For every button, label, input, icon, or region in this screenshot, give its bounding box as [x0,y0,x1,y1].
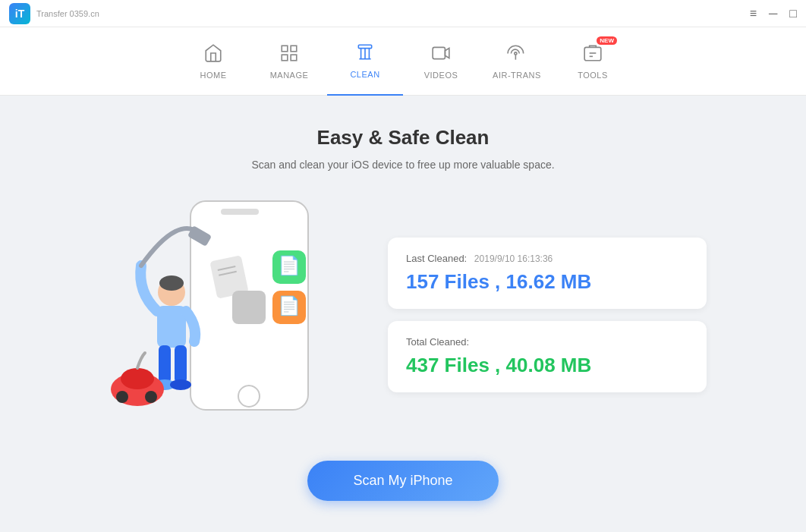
app-logo: iT [9,3,30,24]
last-cleaned-label: Last Cleaned: 2019/9/10 16:13:36 [406,253,688,264]
svg-rect-1 [291,46,297,52]
last-cleaned-card: Last Cleaned: 2019/9/10 16:13:36 157 Fil… [388,238,707,309]
content-area: 📄 📄 [99,194,707,436]
home-icon [203,43,223,66]
page-title: Easy & Safe Clean [317,126,490,150]
nav-label-manage: MANAGE [270,71,309,80]
total-cleaned-card: Total Cleaned: 437 Files , 40.08 MB [388,321,707,392]
svg-point-28 [159,275,184,291]
last-cleaned-value: 157 Files , 16.62 MB [406,270,688,294]
videos-icon [431,43,451,66]
nav-label-clean: CLEAN [350,70,379,79]
svg-point-33 [170,379,191,390]
nav-item-home[interactable]: HOME [175,27,251,96]
svg-point-36 [116,391,128,403]
menu-icon[interactable]: ≡ [750,7,757,20]
page-subtitle: Scan and clean your iOS device to free u… [251,159,554,171]
minimize-icon[interactable]: ─ [769,7,777,20]
title-bar-left: iT Transfer 0359.cn [9,3,99,24]
nav-item-clean[interactable]: CLEAN [327,27,403,96]
total-cleaned-value: 437 Files , 40.08 MB [406,354,688,377]
info-cards: Last Cleaned: 2019/9/10 16:13:36 157 Fil… [388,238,707,392]
nav-label-videos: VIDEOS [424,71,458,80]
nav-item-videos[interactable]: VIDEOS [403,27,479,96]
nav-label-home: HOME [200,71,227,80]
clean-icon [355,42,375,65]
svg-rect-13 [584,47,601,60]
tools-icon [583,43,603,66]
new-badge: NEW [597,36,617,45]
svg-point-38 [121,368,154,389]
nav-label-tools: TOOLS [578,71,608,80]
air-trans-icon [507,43,527,66]
svg-text:📄: 📄 [278,294,301,316]
svg-point-11 [515,52,517,54]
svg-rect-17 [221,209,259,215]
manage-icon [279,43,299,66]
svg-marker-10 [445,48,449,58]
svg-rect-30 [159,345,171,383]
illustration: 📄 📄 [99,194,357,436]
svg-text:📄: 📄 [278,254,301,276]
svg-rect-24 [232,291,266,324]
title-bar: iT Transfer 0359.cn ≡ ─ □ [0,0,806,27]
nav-item-manage[interactable]: MANAGE [251,27,327,96]
svg-point-37 [145,391,157,403]
nav-label-air-trans: AIR-TRANS [493,71,541,80]
main-content: Easy & Safe Clean Scan and clean your iO… [0,96,806,532]
watermark: Transfer 0359.cn [36,9,99,18]
close-icon[interactable]: □ [789,7,797,20]
nav-item-tools[interactable]: NEW TOOLS [555,27,631,96]
svg-rect-31 [175,345,187,383]
svg-rect-2 [282,55,288,61]
svg-rect-4 [358,45,371,48]
nav-bar: HOME MANAGE CLEAN [0,27,806,96]
svg-rect-0 [282,46,288,52]
svg-rect-3 [291,55,297,61]
last-cleaned-timestamp: 2019/9/10 16:13:36 [474,253,553,264]
title-bar-controls: ≡ ─ □ [750,7,797,20]
scan-button[interactable]: Scan My iPhone [307,461,498,501]
total-cleaned-label: Total Cleaned: [406,336,688,348]
svg-rect-9 [433,47,445,58]
nav-item-air-trans[interactable]: AIR-TRANS [479,27,555,96]
